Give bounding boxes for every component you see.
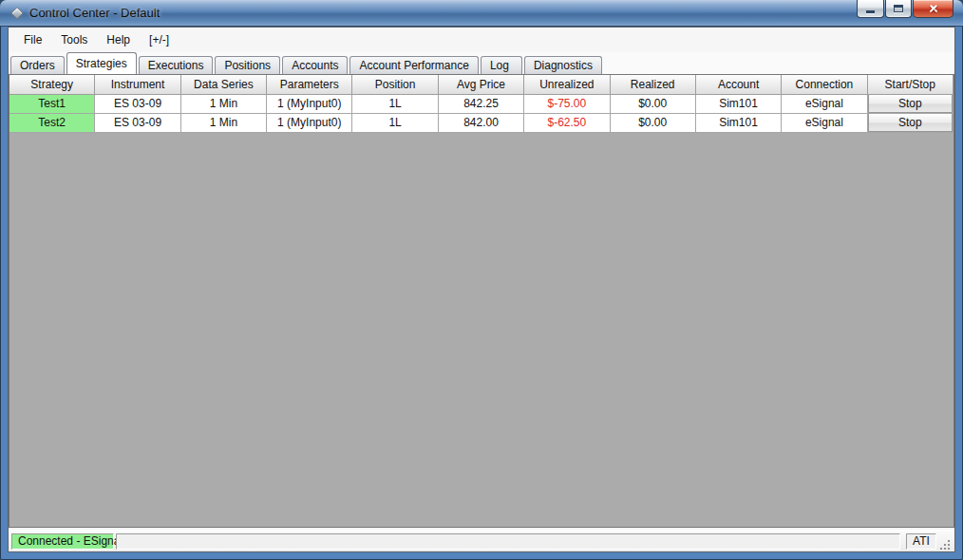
strategies-table: Strategy Instrument Data Series Paramete… — [9, 75, 954, 133]
cell-parameters: 1 (MyInput0) — [267, 95, 352, 114]
tab-log[interactable]: Log — [481, 56, 522, 74]
stop-button[interactable]: Stop — [868, 95, 953, 113]
control-center-window: Control Center - Default File Tools Help… — [0, 0, 963, 560]
stop-button[interactable]: Stop — [868, 114, 953, 132]
tab-strategies[interactable]: Strategies — [66, 52, 137, 74]
menu-plus-minus[interactable]: [+/-] — [140, 29, 179, 50]
cell-realized: $0.00 — [611, 95, 696, 114]
col-header-data-series[interactable]: Data Series — [181, 75, 267, 95]
app-icon — [10, 7, 24, 20]
col-header-instrument[interactable]: Instrument — [95, 75, 180, 95]
col-header-parameters[interactable]: Parameters — [267, 75, 352, 95]
tab-orders[interactable]: Orders — [10, 56, 65, 74]
cell-instrument: ES 03-09 — [95, 95, 180, 114]
status-spacer-panel — [116, 533, 900, 550]
tabstrip: Orders Strategies Executions Positions A… — [9, 52, 954, 74]
strategy-row: Test2 ES 03-09 1 Min 1 (MyInput0) 1L 842… — [9, 114, 954, 133]
strategy-row: Test1 ES 03-09 1 Min 1 (MyInput0) 1L 842… — [9, 95, 954, 114]
cell-account: Sim101 — [696, 95, 782, 114]
window-title: Control Center - Default — [29, 6, 160, 20]
col-header-start-stop[interactable]: Start/Stop — [868, 75, 954, 95]
cell-strategy[interactable]: Test2 — [9, 114, 95, 133]
col-header-unrealized[interactable]: Unrealized — [524, 75, 610, 95]
ati-status-badge: ATI — [906, 533, 936, 550]
cell-parameters: 1 (MyInput0) — [267, 114, 352, 133]
col-header-strategy[interactable]: Strategy — [9, 75, 95, 95]
cell-instrument: ES 03-09 — [95, 114, 180, 133]
col-header-realized[interactable]: Realized — [611, 75, 696, 95]
table-header-row: Strategy Instrument Data Series Paramete… — [9, 75, 954, 95]
menubar: File Tools Help [+/-] — [9, 28, 954, 52]
cell-start-stop: Stop — [868, 95, 954, 114]
cell-connection: eSignal — [782, 114, 867, 133]
col-header-connection[interactable]: Connection — [782, 75, 867, 95]
cell-unrealized: $-75.00 — [524, 95, 610, 114]
tab-diagnostics[interactable]: Diagnostics — [524, 56, 602, 74]
cell-account: Sim101 — [696, 114, 782, 133]
col-header-account[interactable]: Account — [696, 75, 782, 95]
cell-start-stop: Stop — [868, 114, 954, 133]
menu-tools[interactable]: Tools — [51, 29, 97, 50]
titlebar[interactable]: Control Center - Default — [0, 0, 963, 27]
statusbar: Connected - ESignal ATI — [9, 530, 954, 551]
cell-connection: eSignal — [782, 95, 867, 114]
menu-file[interactable]: File — [14, 29, 51, 50]
cell-position: 1L — [352, 95, 438, 114]
strategies-panel: Strategy Instrument Data Series Paramete… — [9, 74, 954, 528]
tab-accounts[interactable]: Accounts — [282, 56, 348, 74]
cell-strategy[interactable]: Test1 — [9, 95, 95, 114]
connection-status-badge: Connected - ESignal — [11, 533, 114, 550]
cell-realized: $0.00 — [611, 114, 696, 133]
tab-account-performance[interactable]: Account Performance — [349, 56, 478, 74]
cell-data-series: 1 Min — [181, 114, 267, 133]
window-controls — [857, 0, 954, 18]
maximize-icon — [894, 5, 903, 12]
tab-positions[interactable]: Positions — [215, 56, 280, 74]
cell-avg-price: 842.25 — [439, 95, 524, 114]
cell-position: 1L — [352, 114, 438, 133]
minimize-icon — [866, 10, 875, 13]
tab-executions[interactable]: Executions — [139, 56, 214, 74]
close-button[interactable] — [913, 0, 954, 18]
client-area: File Tools Help [+/-] Orders Strategies … — [8, 27, 955, 552]
col-header-position[interactable]: Position — [352, 75, 438, 95]
col-header-avg-price[interactable]: Avg Price — [439, 75, 524, 95]
cell-unrealized: $-62.50 — [524, 114, 610, 133]
cell-data-series: 1 Min — [181, 95, 267, 114]
minimize-button[interactable] — [857, 0, 884, 18]
cell-avg-price: 842.00 — [439, 114, 524, 133]
menu-help[interactable]: Help — [97, 29, 140, 50]
close-icon — [928, 3, 939, 14]
resize-grip-icon[interactable] — [939, 539, 952, 551]
maximize-button[interactable] — [885, 0, 912, 18]
